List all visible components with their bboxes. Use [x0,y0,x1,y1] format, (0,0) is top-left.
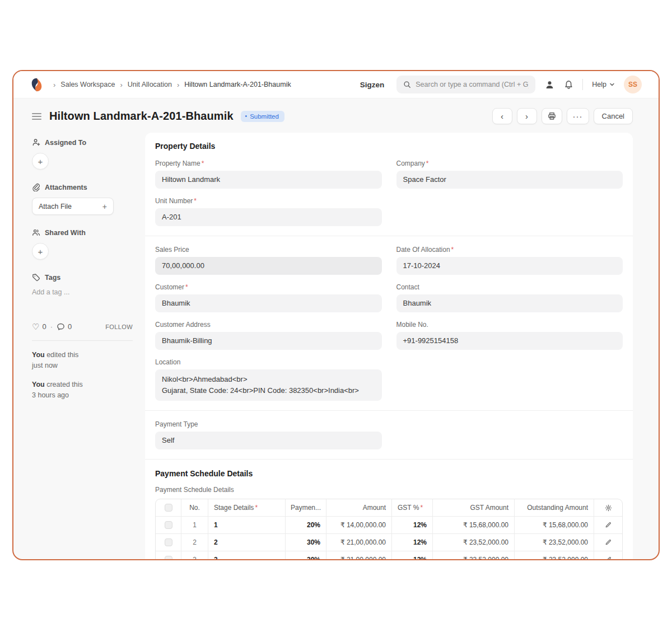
field-sales-price: Sales Price 70,00,000.00 [155,246,382,275]
location-input[interactable]: Nikol<br>Ahmedabad<br> Gujarat, State Co… [155,369,382,401]
section-divider [145,459,633,460]
customer-input[interactable]: Bhaumik [155,294,382,312]
col-header-gst-pct: GST %* [392,499,433,516]
edit-row-button[interactable] [594,534,622,551]
cell-payment[interactable]: 20% [286,517,326,533]
cell-outstanding[interactable]: ₹ 15,68,000.00 [515,517,594,533]
breadcrumb-current-doc[interactable]: Hiltown Landmark-A-201-Bhaumik [184,81,291,88]
col-header-gst-amount: GST Amount [433,499,515,516]
activity-edited: You edited this just now [32,350,133,372]
app-window: › Sales Workspace › Unit Allocation › Hi… [12,70,660,560]
sidebar-toggle-icon[interactable] [32,113,41,120]
breadcrumb-separator: › [53,81,55,89]
required-mark: * [420,504,423,512]
unit-number-input[interactable]: A-201 [155,208,382,226]
field-payment-type: Payment Type Self [155,420,382,449]
required-mark: * [451,246,454,254]
section-title-payment-schedule: Payment Schedule Details [155,469,623,478]
cell-stage-details[interactable]: 3 [208,551,286,560]
customer-address-input[interactable]: Bhaumik-Billing [155,332,382,350]
add-tag-input[interactable]: Add a tag ... [32,288,69,296]
cell-gst-pct[interactable]: 12% [392,534,433,551]
cell-no: 2 [181,534,208,551]
tag-icon [32,273,40,282]
mobile-no-input[interactable]: +91-9925154158 [396,332,623,350]
customer-address-label: Customer Address [155,321,211,329]
tags-label: Tags [45,274,60,282]
section-divider [145,236,633,236]
next-document-button[interactable]: › [517,108,537,124]
paperclip-icon [32,183,40,191]
row-checkbox[interactable] [165,556,172,560]
help-menu[interactable]: Help [592,81,615,88]
col-header-stage-details: Stage Details* [208,499,286,516]
table-row: 2 2 30% ₹ 21,00,000.00 12% ₹ 23,52,000.0… [156,533,622,551]
cell-gst-amount[interactable]: ₹ 23,52,000.00 [433,534,515,551]
cell-gst-amount[interactable]: ₹ 15,68,000.00 [433,517,515,533]
edit-row-button[interactable] [594,517,622,533]
app-logo-icon[interactable] [29,77,44,92]
contact-label: Contact [396,283,419,291]
breadcrumb-sales-workspace[interactable]: Sales Workspace [60,81,115,88]
sales-price-input[interactable]: 70,00,000.00 [155,257,382,275]
field-unit-number: Unit Number* A-201 [155,197,382,226]
cell-amount[interactable]: ₹ 21,00,000.00 [326,534,392,551]
cell-outstanding[interactable]: ₹ 23,52,000.00 [515,551,594,560]
add-share-button[interactable]: + [32,243,49,260]
company-input[interactable]: Space Factor [396,171,623,189]
row-checkbox[interactable] [165,538,172,546]
table-settings-button[interactable] [594,499,622,516]
col-header-amount: Amount [326,499,392,516]
cell-payment[interactable]: 30% [286,534,326,551]
user-session-icon[interactable] [544,79,554,90]
date-of-allocation-input[interactable]: 17-10-2024 [396,257,623,275]
attachments-label: Attachments [45,184,87,191]
notifications-bell-icon[interactable] [563,79,573,90]
cell-stage-details[interactable]: 2 [208,534,286,551]
cell-gst-pct[interactable]: 12% [392,517,433,533]
comment-bubble-icon[interactable] [57,322,65,331]
cell-outstanding[interactable]: ₹ 23,52,000.00 [515,534,594,551]
property-name-input[interactable]: Hiltown Landmark [155,171,382,189]
field-customer-address: Customer Address Bhaumik-Billing [155,321,382,350]
gear-icon [605,504,612,512]
cell-stage-details[interactable]: 1 [208,517,286,533]
payment-schedule-grid-label: Payment Schedule Details [155,486,623,494]
print-button[interactable] [542,108,562,124]
global-search[interactable] [396,76,535,93]
edit-row-button[interactable] [594,551,622,560]
cancel-button[interactable]: Cancel [594,108,633,124]
required-mark: * [255,504,258,512]
shared-users-icon [32,228,40,237]
col-header-payment: Paymen... [286,499,326,516]
cell-no: 1 [181,517,208,533]
select-all-checkbox[interactable] [165,504,172,512]
status-badge: • Submitted [241,111,284,122]
breadcrumb-unit-allocation[interactable]: Unit Allocation [128,81,172,88]
add-assignment-button[interactable]: + [32,153,49,170]
assigned-to-label: Assigned To [45,139,86,147]
cell-amount[interactable]: ₹ 21,00,000.00 [326,551,392,560]
location-label: Location [155,358,180,366]
col-header-no: No. [181,499,208,516]
customer-label: Customer [155,283,184,291]
cell-gst-amount[interactable]: ₹ 23,52,000.00 [433,551,515,560]
prev-document-button[interactable]: ‹ [492,108,512,124]
user-avatar[interactable]: SS [624,76,642,93]
field-company: Company* Space Factor [396,160,623,189]
cell-payment[interactable]: 30% [286,551,326,560]
breadcrumb: › Sales Workspace › Unit Allocation › Hi… [53,81,291,89]
chevron-down-icon [609,82,615,87]
more-actions-button[interactable]: ··· [567,108,589,124]
search-input[interactable] [416,81,529,88]
activity-action: edited this [46,351,78,359]
activity-actor: You [32,351,45,359]
row-checkbox[interactable] [165,521,172,529]
cell-gst-pct[interactable]: 12% [392,551,433,560]
contact-input[interactable]: Bhaumik [396,294,623,312]
attach-file-button[interactable]: Attach File + [32,198,114,215]
cell-amount[interactable]: ₹ 14,00,000.00 [326,517,392,533]
payment-type-input[interactable]: Self [155,432,382,449]
like-heart-icon[interactable]: ♡ [32,322,39,331]
follow-button[interactable]: FOLLOW [105,324,133,330]
